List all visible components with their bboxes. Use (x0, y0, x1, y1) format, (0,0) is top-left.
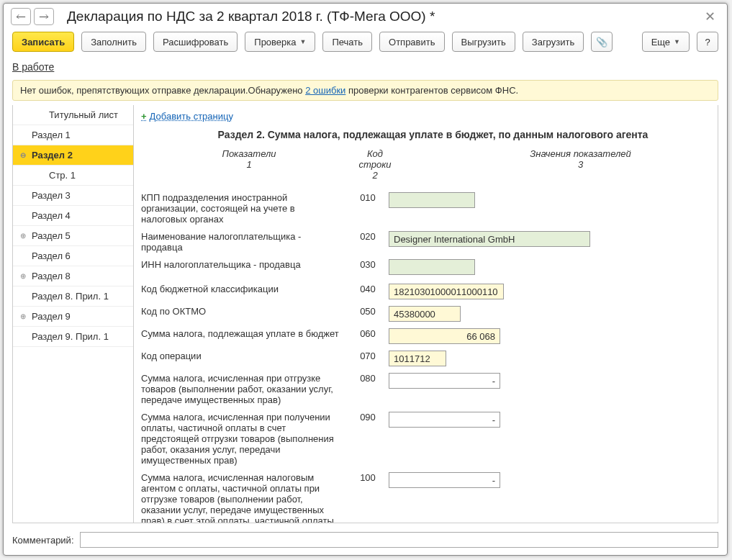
value-field[interactable]: 66 068 (389, 328, 500, 344)
row-code: 030 (350, 259, 386, 270)
value-field[interactable] (389, 259, 475, 275)
column-headers: Показатели1 Код строки2 Значения показат… (134, 146, 718, 190)
more-button-label: Еще (651, 37, 670, 48)
tree-item[interactable]: Титульный лист (13, 105, 133, 125)
tree-item[interactable]: ⊕Раздел 5 (13, 226, 133, 246)
data-row: КПП подразделения иностранной организаци… (134, 190, 718, 229)
value-field[interactable]: Designer International GmbH (389, 231, 590, 247)
close-icon[interactable]: ✕ (700, 9, 720, 24)
row-label: КПП подразделения иностранной организаци… (141, 192, 350, 225)
data-row: Код операции0701011712 (134, 348, 718, 371)
tree-item-label: Стр. 1 (49, 170, 76, 181)
col-header-3: Значения показателей3 (393, 148, 710, 177)
toolbar: Записать Заполнить Расшифровать Проверка… (4, 27, 727, 57)
row-value-cell: - (386, 412, 710, 428)
tree-item-label: Раздел 6 (32, 250, 71, 261)
check-button-label: Проверка (254, 37, 296, 48)
nav-back-button[interactable]: 🡐 (11, 8, 31, 25)
chevron-down-icon: ▼ (674, 38, 680, 45)
row-code: 090 (350, 412, 386, 423)
tree-item[interactable]: ⊕Раздел 8 (13, 266, 133, 286)
row-code: 080 (350, 373, 386, 384)
row-code: 100 (350, 472, 386, 483)
row-code: 020 (350, 231, 386, 242)
value-field[interactable]: - (389, 412, 500, 428)
tree-item-label: Раздел 8 (32, 271, 71, 281)
attach-button[interactable]: 📎 (591, 32, 613, 52)
comment-label: Комментарий: (12, 535, 74, 546)
section-2-title: Раздел 2. Сумма налога, подлежащая уплат… (134, 126, 718, 146)
value-field[interactable] (389, 192, 475, 208)
row-value-cell: 66 068 (386, 328, 710, 344)
row-code: 040 (350, 284, 386, 294)
tree-item[interactable]: ⊖Раздел 2 (13, 145, 133, 166)
decode-button[interactable]: Расшифровать (153, 32, 238, 52)
row-code: 010 (350, 192, 386, 203)
row-label: Сумма налога, исчисленная при отгрузке т… (141, 373, 350, 405)
fill-button[interactable]: Заполнить (81, 32, 146, 52)
row-label: ИНН налогоплательщика - продавца (141, 259, 350, 270)
tree-item[interactable]: ⊕Раздел 9 (13, 307, 133, 327)
nav-forward-button[interactable]: 🡒 (34, 8, 54, 25)
comment-input[interactable] (80, 532, 719, 548)
row-label: Сумма налога, подлежащая уплате в бюджет (141, 328, 350, 339)
sections-tree[interactable]: Титульный листРаздел 1⊖Раздел 2Стр. 1Раз… (13, 105, 134, 523)
tree-item[interactable]: Раздел 8. Прил. 1 (13, 286, 133, 307)
tree-item[interactable]: Стр. 1 (13, 166, 133, 186)
row-label: Код по ОКТМО (141, 306, 350, 317)
row-value-cell: Designer International GmbH (386, 231, 710, 247)
help-button[interactable]: ? (697, 32, 718, 52)
tree-item[interactable]: Раздел 4 (13, 206, 133, 226)
add-page-label: Добавить страницу (150, 111, 233, 122)
tree-item-label: Раздел 9 (32, 311, 71, 322)
download-button[interactable]: Загрузить (523, 32, 584, 52)
row-value-cell: 18210301000011000110 (386, 284, 710, 299)
row-label: Сумма налога, исчисленная при получении … (141, 412, 350, 466)
tree-item[interactable]: Раздел 1 (13, 125, 133, 145)
row-code: 050 (350, 306, 386, 317)
value-field[interactable]: 18210301000011000110 (389, 284, 504, 299)
tree-item[interactable]: Раздел 6 (13, 246, 133, 266)
send-button[interactable]: Отправить (379, 32, 444, 52)
tree-item-label: Раздел 8. Прил. 1 (32, 291, 109, 302)
warning-prefix: Нет ошибок, препятствующих отправке декл… (20, 85, 305, 96)
expander-icon: ⊕ (20, 232, 30, 240)
chevron-down-icon: ▼ (300, 38, 307, 45)
tree-item-label: Раздел 9. Прил. 1 (32, 331, 109, 342)
check-button[interactable]: Проверка ▼ (245, 32, 315, 52)
row-value-cell: 1011712 (386, 351, 710, 366)
row-value-cell: 45380000 (386, 306, 710, 322)
expander-icon: ⊕ (20, 312, 30, 320)
warning-suffix: проверки контрагентов сервисом ФНС. (345, 85, 518, 96)
row-code: 070 (350, 351, 386, 361)
status-link[interactable]: В работе (4, 57, 727, 80)
value-field[interactable]: 45380000 (389, 306, 461, 322)
more-button[interactable]: Еще ▼ (642, 32, 690, 52)
col-header-2: Код строки2 (357, 148, 393, 188)
row-label: Наименование налогоплательщика - продавц… (141, 231, 350, 253)
body: Титульный листРаздел 1⊖Раздел 2Стр. 1Раз… (12, 105, 718, 523)
row-value-cell: - (386, 472, 710, 488)
tree-item-label: Титульный лист (49, 109, 118, 120)
value-field[interactable]: - (389, 472, 500, 488)
tree-item-label: Раздел 1 (32, 130, 71, 140)
tree-item[interactable]: Раздел 3 (13, 186, 133, 206)
upload-button[interactable]: Выгрузить (452, 32, 515, 52)
warning-bar: Нет ошибок, препятствующих отправке декл… (12, 80, 718, 101)
add-page-link[interactable]: +Добавить страницу (134, 108, 718, 126)
row-code: 060 (350, 328, 386, 339)
tree-item-label: Раздел 3 (32, 190, 71, 201)
write-button[interactable]: Записать (12, 32, 74, 52)
row-label: Код операции (141, 351, 350, 361)
warning-errors-link[interactable]: 2 ошибки (305, 85, 345, 96)
print-button[interactable]: Печать (322, 32, 372, 52)
value-field[interactable]: 1011712 (389, 351, 446, 366)
tree-item[interactable]: Раздел 9. Прил. 1 (13, 327, 133, 347)
paperclip-icon: 📎 (596, 37, 607, 48)
row-value-cell: - (386, 373, 710, 389)
expander-icon: ⊖ (20, 151, 30, 159)
row-value-cell (386, 259, 710, 277)
row-label: Сумма налога, исчисленная налоговым аген… (141, 472, 350, 523)
footer: Комментарий: (4, 528, 727, 555)
value-field[interactable]: - (389, 373, 500, 389)
